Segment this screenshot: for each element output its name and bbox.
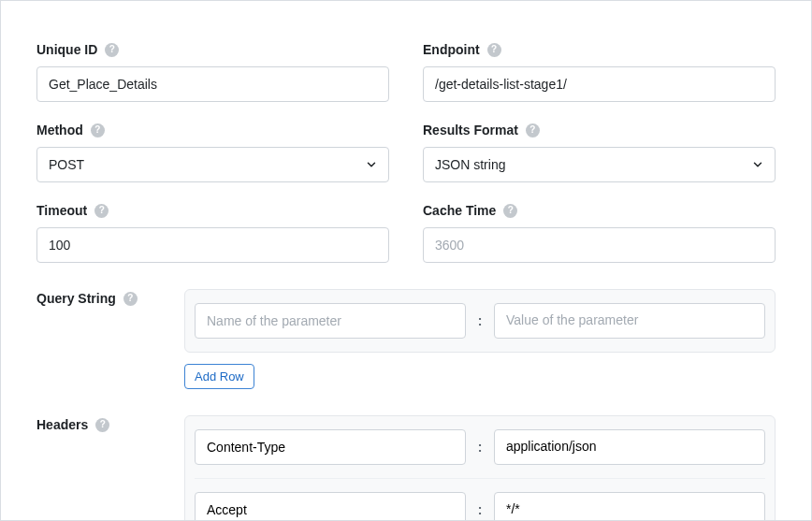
row-id-endpoint: Unique ID ? Endpoint ? — [36, 42, 776, 102]
label-method: Method — [36, 123, 83, 137]
timeout-input[interactable] — [36, 227, 389, 263]
header-value-input[interactable]: */* — [494, 492, 765, 521]
kv-separator: : — [477, 313, 483, 328]
label-endpoint: Endpoint — [423, 42, 480, 57]
help-icon[interactable]: ? — [123, 292, 138, 306]
row-timeout-cache: Timeout ? Cache Time ? — [36, 203, 776, 263]
help-icon[interactable]: ? — [487, 43, 501, 57]
label-headers: Headers — [36, 417, 88, 432]
query-string-panel: : — [184, 289, 776, 353]
help-icon[interactable]: ? — [94, 204, 109, 218]
kv-separator: : — [477, 440, 483, 455]
field-method: Method ? POST — [36, 123, 389, 182]
query-param-name-input[interactable] — [195, 303, 466, 339]
field-endpoint: Endpoint ? — [423, 42, 776, 102]
header-value-input[interactable]: application/json — [494, 429, 765, 465]
headers-panel: : application/json : */* — [184, 415, 776, 521]
row-method-results: Method ? POST Results Format ? JSON stri… — [36, 123, 776, 182]
label-timeout: Timeout — [36, 203, 87, 218]
cache-time-input[interactable] — [423, 227, 776, 263]
query-string-row: : — [195, 299, 765, 342]
label-results-format: Results Format — [423, 123, 518, 137]
header-name-input[interactable] — [195, 429, 466, 465]
form-panel: Unique ID ? Endpoint ? Method ? POST — [0, 0, 812, 521]
method-select[interactable]: POST — [36, 147, 389, 182]
field-unique-id: Unique ID ? — [36, 42, 389, 102]
kv-separator: : — [477, 502, 483, 517]
field-cache-time: Cache Time ? — [423, 203, 776, 263]
section-query-string: Query String ? : Add Row — [36, 289, 776, 389]
help-icon[interactable]: ? — [91, 123, 105, 137]
label-cache-time: Cache Time — [423, 203, 496, 218]
query-param-value-input[interactable] — [494, 303, 765, 339]
endpoint-input[interactable] — [423, 66, 776, 102]
help-icon[interactable]: ? — [95, 418, 109, 432]
header-row: : */* — [195, 478, 765, 521]
help-icon[interactable]: ? — [503, 204, 517, 218]
unique-id-input[interactable] — [36, 66, 389, 102]
add-row-button[interactable]: Add Row — [184, 364, 254, 389]
field-timeout: Timeout ? — [36, 203, 389, 263]
field-results-format: Results Format ? JSON string — [423, 123, 776, 182]
help-icon[interactable]: ? — [526, 123, 540, 137]
label-unique-id: Unique ID — [36, 42, 97, 57]
label-query-string: Query String — [36, 291, 116, 306]
help-icon[interactable]: ? — [105, 43, 119, 57]
header-name-input[interactable] — [195, 492, 466, 521]
header-row: : application/json — [195, 426, 765, 469]
results-format-select[interactable]: JSON string — [423, 147, 776, 182]
section-headers: Headers ? : application/json : */* — [36, 415, 776, 521]
